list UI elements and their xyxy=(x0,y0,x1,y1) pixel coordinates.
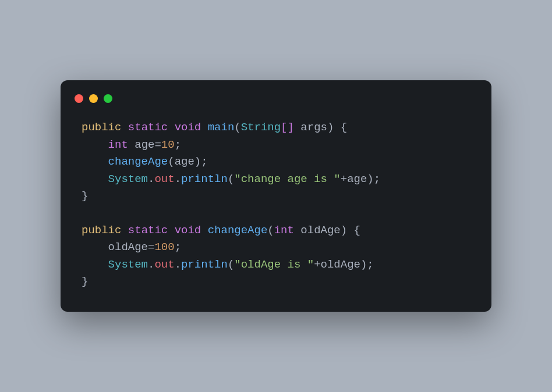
code-line: public static void main(String[] args) { xyxy=(82,119,470,136)
code-line: changeAge(age); xyxy=(82,154,470,170)
semicolon: ; xyxy=(374,173,380,186)
brace: { xyxy=(334,121,347,134)
brackets: [] xyxy=(281,121,294,134)
paren: ( xyxy=(234,121,240,134)
variable: oldAge xyxy=(108,241,148,254)
brace: } xyxy=(82,275,88,288)
string: "oldAge is " xyxy=(234,258,314,271)
operator: + xyxy=(314,258,320,271)
function-call: println xyxy=(181,258,228,271)
keyword-void: void xyxy=(175,121,201,134)
semicolon: ; xyxy=(201,155,207,168)
semicolon: ; xyxy=(175,241,181,254)
dot: . xyxy=(175,258,181,271)
operator: + xyxy=(341,173,347,186)
paren: ( xyxy=(228,258,234,271)
variable: oldAge xyxy=(321,258,360,271)
indent xyxy=(82,241,108,254)
paren: ( xyxy=(267,224,274,237)
keyword-void: void xyxy=(175,224,201,237)
keyword-int: int xyxy=(108,138,128,151)
variable: age xyxy=(128,138,155,151)
brace: { xyxy=(347,224,360,237)
code-line: } xyxy=(82,188,470,205)
argument: age xyxy=(175,155,194,168)
paren: ) xyxy=(194,155,201,168)
keyword-static: static xyxy=(128,224,168,237)
keyword-public: public xyxy=(82,121,121,134)
function-name: changeAge xyxy=(208,224,268,237)
dot: . xyxy=(148,258,154,271)
paren: ) xyxy=(341,224,347,237)
variable: age xyxy=(347,173,367,186)
code-line: System.out.println("change age is "+age)… xyxy=(82,171,470,188)
type-name: String xyxy=(241,121,281,134)
property: out xyxy=(154,258,174,271)
class-name: System xyxy=(108,258,148,271)
keyword-static: static xyxy=(128,121,168,134)
dot: . xyxy=(175,173,181,186)
number: 10 xyxy=(161,138,175,151)
property: out xyxy=(154,173,174,186)
code-line: System.out.println("oldAge is "+oldAge); xyxy=(82,256,470,273)
paren: ) xyxy=(327,121,334,134)
code-line: int age=10; xyxy=(82,137,470,154)
maximize-icon[interactable] xyxy=(104,94,112,103)
brace: } xyxy=(82,190,88,202)
indent xyxy=(82,138,108,151)
code-line: public static void changeAge(int oldAge)… xyxy=(82,222,470,239)
string: "change age is " xyxy=(234,173,340,186)
class-name: System xyxy=(108,173,148,186)
paren: ) xyxy=(360,258,367,271)
number: 100 xyxy=(154,241,174,254)
paren: ( xyxy=(228,173,234,186)
indent xyxy=(82,258,108,271)
keyword-int: int xyxy=(274,224,294,237)
blank-line xyxy=(82,207,88,220)
window-titlebar xyxy=(61,94,491,119)
paren: ) xyxy=(367,173,373,186)
close-icon[interactable] xyxy=(75,94,83,103)
dot: . xyxy=(148,173,154,186)
function-name: main xyxy=(208,121,235,134)
code-line: oldAge=100; xyxy=(82,239,470,256)
code-line xyxy=(82,205,470,222)
indent xyxy=(82,155,108,168)
operator: = xyxy=(148,241,154,254)
code-window: public static void main(String[] args) {… xyxy=(61,80,491,311)
indent xyxy=(82,173,108,186)
code-line: } xyxy=(82,273,470,290)
operator: = xyxy=(154,138,161,151)
paren: ( xyxy=(168,155,174,168)
param: args xyxy=(294,121,327,134)
code-block: public static void main(String[] args) {… xyxy=(61,119,491,290)
param: oldAge xyxy=(294,224,341,237)
function-call: changeAge xyxy=(108,155,168,168)
keyword-public: public xyxy=(82,224,121,237)
function-call: println xyxy=(181,173,228,186)
semicolon: ; xyxy=(367,258,373,271)
semicolon: ; xyxy=(175,138,181,151)
minimize-icon[interactable] xyxy=(89,94,98,103)
